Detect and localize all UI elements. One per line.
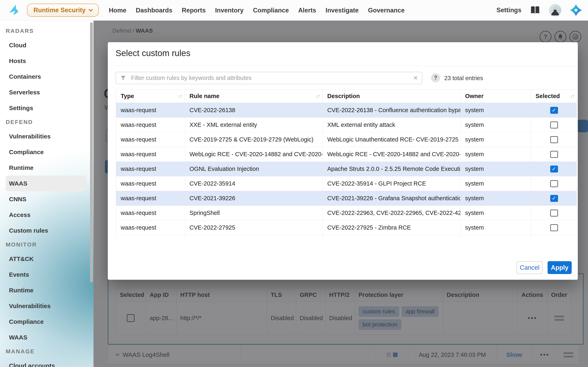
cell-owner: system — [461, 191, 531, 206]
col-rule-name[interactable]: Rule name ↓↑ — [185, 90, 323, 103]
sidebar-scrollbar[interactable] — [90, 22, 93, 282]
nav-item-governance[interactable]: Governance — [363, 0, 409, 21]
sidebar-item-monitor-waas[interactable]: WAAS — [0, 329, 94, 345]
company-logo-icon — [8, 4, 20, 16]
sidebar-item-defend-runtime[interactable]: Runtime — [0, 160, 94, 175]
rules-table-header: Type ↓↑ Rule name ↓↑ Description Owner S… — [116, 90, 577, 103]
rule-table-row[interactable]: waas-requestOGNL Evaluation InjectionApa… — [116, 162, 577, 176]
cell-description: WebLogic Unauthenticated RCE- CVE-2019-2… — [323, 132, 461, 147]
cell-type: waas-request — [116, 220, 185, 235]
cell-rule-name: CVE-2022-26138 — [185, 103, 323, 117]
checkbox-unchecked[interactable] — [550, 224, 558, 231]
cell-type: waas-request — [116, 206, 185, 220]
user-avatar[interactable] — [549, 4, 562, 17]
cell-selected — [531, 147, 577, 161]
col-type[interactable]: Type ↓↑ — [116, 90, 185, 103]
cell-description: WebLogic RCE - CVE-2020-14882 and CVE-20… — [323, 147, 461, 161]
nav-item-compliance[interactable]: Compliance — [248, 0, 294, 21]
sidebar-item-radars-settings[interactable]: Settings — [0, 100, 94, 116]
nav-item-investigate[interactable]: Investigate — [321, 0, 363, 21]
cell-selected — [531, 176, 577, 191]
sidebar-item-manage-cloud-accounts[interactable]: Cloud accounts — [0, 358, 94, 367]
cell-description: CVE-2022-22963, CVE-2022-22965, CVE-2022… — [323, 206, 461, 220]
cell-type: waas-request — [116, 147, 185, 161]
cell-description: CVE-2022-26138 - Confluence authenticati… — [323, 103, 461, 117]
sidebar-item-monitor-runtime[interactable]: Runtime — [0, 282, 94, 298]
cell-rule-name: WebLogic RCE - CVE-2020-14882 and CVE-20… — [185, 147, 323, 161]
rule-table-row[interactable]: waas-requestCVE-2022-35914CVE-2022-35914… — [116, 176, 577, 191]
col-description[interactable]: Description — [323, 90, 461, 103]
nav-item-home[interactable]: Home — [104, 0, 131, 21]
rule-table-row[interactable]: waas-requestCVE-2019-2725 & CVE-2019-272… — [116, 132, 577, 147]
checkbox-checked[interactable]: ✓ — [550, 107, 558, 114]
checkbox-checked[interactable]: ✓ — [550, 166, 558, 173]
sidebar-item-radars-cloud[interactable]: Cloud — [0, 37, 94, 53]
nav-item-dashboards[interactable]: Dashboards — [131, 0, 177, 21]
cell-type: waas-request — [116, 176, 185, 191]
checkbox-unchecked[interactable] — [550, 210, 558, 217]
col-type-label: Type — [121, 93, 134, 100]
cell-selected: ✓ — [531, 191, 577, 206]
select-custom-rules-modal: Select custom rules ✕ ? 23 total entries… — [108, 42, 578, 280]
cell-owner: system — [461, 118, 531, 132]
filter-input[interactable] — [116, 72, 423, 84]
rule-table-row[interactable]: waas-requestCVE-2022-27925CVE-2022-27925… — [116, 220, 577, 235]
checkbox-unchecked[interactable] — [550, 136, 558, 143]
sidebar-item-radars-containers[interactable]: Containers — [0, 69, 94, 84]
cell-rule-name: CVE-2021-39226 — [185, 191, 323, 206]
total-entries-label: 23 total entries — [444, 75, 483, 82]
cancel-button[interactable]: Cancel — [517, 261, 543, 274]
nav-item-reports[interactable]: Reports — [177, 0, 210, 21]
product-switcher[interactable]: Runtime Security — [27, 4, 99, 17]
sidebar-item-monitor-compliance[interactable]: Compliance — [0, 314, 94, 329]
cell-type: waas-request — [116, 103, 185, 117]
sort-icon[interactable]: ↓↑ — [316, 93, 320, 99]
checkbox-checked[interactable]: ✓ — [550, 195, 558, 202]
cell-rule-name: CVE-2019-2725 & CVE-2019-2729 (WebLogic) — [185, 132, 323, 147]
rule-table-row[interactable] — [116, 235, 577, 239]
sidebar-item-defend-access[interactable]: Access — [0, 207, 94, 223]
rules-table-body: waas-requestCVE-2022-26138CVE-2022-26138… — [116, 103, 577, 239]
rule-table-row[interactable]: waas-requestSpringShellCVE-2022-22963, C… — [116, 206, 577, 220]
checkbox-unchecked[interactable] — [550, 180, 558, 187]
sidebar-item-defend-compliance[interactable]: Compliance — [0, 144, 94, 160]
cell-description: CVE-2021-39226 - Grafana Snapshot authen… — [323, 191, 461, 206]
sidebar-item-monitor-vulnerabilities[interactable]: Vulnerabilities — [0, 298, 94, 314]
sidebar-item-radars-hosts[interactable]: Hosts — [0, 53, 94, 69]
cell-type: waas-request — [116, 118, 185, 132]
sidebar-item-monitor-att-ck[interactable]: ATT&CK — [0, 251, 94, 267]
cell-rule-name: CVE-2022-27925 — [185, 220, 323, 235]
sort-icon[interactable]: ↓↑ — [570, 93, 574, 99]
sidebar-item-defend-vulnerabilities[interactable]: Vulnerabilities — [0, 128, 94, 144]
filter-help-icon[interactable]: ? — [431, 73, 440, 82]
sidebar-item-defend-cnns[interactable]: CNNS — [0, 191, 94, 207]
rule-table-row[interactable]: waas-requestXXE - XML external entityXML… — [116, 118, 577, 132]
cell-owner: system — [461, 162, 531, 176]
sidebar-item-radars-serverless[interactable]: Serverless — [0, 84, 94, 100]
cell-description: CVE-2022-35914 - GLPI Project RCE — [323, 176, 461, 191]
rule-table-row[interactable]: waas-requestCVE-2022-26138CVE-2022-26138… — [116, 103, 577, 118]
modal-divider — [108, 66, 578, 66]
col-rule-name-label: Rule name — [190, 93, 219, 100]
checkbox-unchecked[interactable] — [550, 122, 558, 128]
sort-icon[interactable]: ↓↑ — [178, 93, 182, 99]
filter-field: ✕ — [116, 72, 423, 84]
checkbox-unchecked[interactable] — [550, 239, 558, 239]
checkbox-unchecked[interactable] — [550, 151, 558, 158]
col-selected[interactable]: Selected ↓↑ — [531, 90, 577, 103]
rule-table-row[interactable]: waas-requestWebLogic RCE - CVE-2020-1488… — [116, 147, 577, 162]
docs-book-icon[interactable] — [530, 5, 541, 16]
nav-item-inventory[interactable]: Inventory — [210, 0, 248, 21]
settings-link[interactable]: Settings — [497, 7, 521, 14]
sidebar-item-defend-waas[interactable]: WAAS — [6, 175, 86, 191]
sidebar-item-monitor-events[interactable]: Events — [0, 267, 94, 282]
topbar-right: Settings — [497, 4, 582, 17]
col-owner[interactable]: Owner — [461, 90, 531, 103]
col-owner-label: Owner — [465, 93, 484, 100]
clear-filter-icon[interactable]: ✕ — [413, 75, 418, 81]
sidebar-item-defend-custom-rules[interactable]: Custom rules — [0, 223, 94, 238]
nav-item-alerts[interactable]: Alerts — [294, 0, 321, 21]
prisma-cloud-logo-icon[interactable] — [570, 4, 582, 17]
apply-button[interactable]: Apply — [548, 261, 572, 274]
rule-table-row[interactable]: waas-requestCVE-2021-39226CVE-2021-39226… — [116, 191, 577, 206]
